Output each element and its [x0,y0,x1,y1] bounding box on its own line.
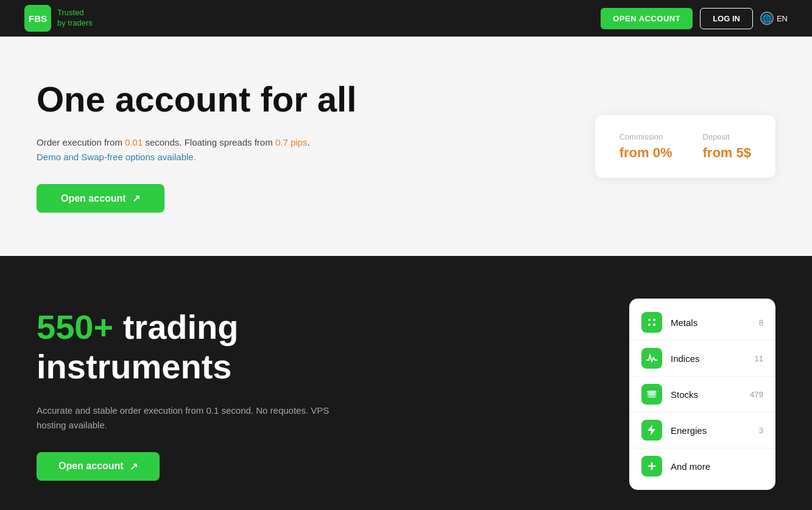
list-item[interactable]: Indices 11 [629,341,775,377]
svg-point-3 [653,324,655,326]
trading-count: 550+ [37,308,113,346]
trading-arrow-icon: ↗ [130,461,138,472]
commission-stat: Commission from 0% [620,132,673,161]
hero-title: One account for all [37,80,356,119]
instrument-name: Energies [671,425,750,436]
navbar-login-button[interactable]: LOG IN [700,8,753,29]
instrument-icon [641,348,662,369]
svg-point-6 [647,395,657,398]
hero-description: Order execution from 0.01 seconds. Float… [37,135,356,165]
instrument-icon [641,420,662,441]
instrument-count: 479 [750,390,763,399]
trading-title: 550+ trading instruments [37,308,359,386]
instrument-count: 8 [759,318,763,327]
svg-point-4 [647,391,657,393]
demo-swap-link[interactable]: Demo and Swap-free options available. [37,152,196,162]
instrument-icon [641,384,662,405]
instrument-count: 3 [759,426,763,435]
svg-point-5 [647,393,657,395]
hero-content: One account for all Order execution from… [37,80,356,213]
deposit-value: from 5$ [703,145,751,161]
instrument-icon [641,312,662,333]
navbar-open-account-button[interactable]: OPEN ACCOUNT [601,8,693,29]
globe-icon: 🌐 [760,12,774,25]
navbar-logo-group: FBS Trusted by traders [24,5,93,32]
deposit-stat: Deposit from 5$ [703,132,751,161]
navbar-actions: OPEN ACCOUNT LOG IN 🌐 EN [601,8,788,29]
list-item[interactable]: And more [629,448,775,484]
arrow-icon: ↗ [132,193,140,204]
svg-point-0 [648,319,651,321]
highlight-pips: 0.7 pips [275,137,308,147]
instrument-name: And more [671,461,755,472]
language-selector[interactable]: 🌐 EN [760,12,788,25]
instrument-name: Indices [671,353,746,364]
instrument-name: Stocks [671,389,741,400]
hero-section: One account for all Order execution from… [0,37,812,256]
logo: FBS [24,5,51,32]
hero-stats-card: Commission from 0% Deposit from 5$ [595,115,775,178]
commission-value: from 0% [620,145,673,161]
trading-section: 550+ trading instruments Accurate and st… [0,256,812,510]
list-item[interactable]: Stocks 479 [629,377,775,413]
svg-point-1 [653,319,655,321]
instrument-name: Metals [671,317,750,328]
highlight-seconds: 0.01 [125,137,143,147]
instruments-card: Metals 8 Indices 11 Stocks 479 Energies … [629,299,775,490]
logo-tagline: Trusted by traders [57,8,93,29]
trading-open-account-button[interactable]: Open account ↗ [37,452,160,481]
instrument-icon [641,456,662,476]
list-item[interactable]: Energies 3 [629,413,775,448]
trading-content: 550+ trading instruments Accurate and st… [37,308,359,481]
navbar: FBS Trusted by traders OPEN ACCOUNT LOG … [0,0,812,37]
hero-open-account-button[interactable]: Open account ↗ [37,184,164,213]
svg-marker-7 [648,425,655,436]
instrument-count: 11 [755,354,763,363]
svg-point-2 [648,324,651,326]
list-item[interactable]: Metals 8 [629,305,775,341]
trading-description: Accurate and stable order execution from… [37,403,359,433]
